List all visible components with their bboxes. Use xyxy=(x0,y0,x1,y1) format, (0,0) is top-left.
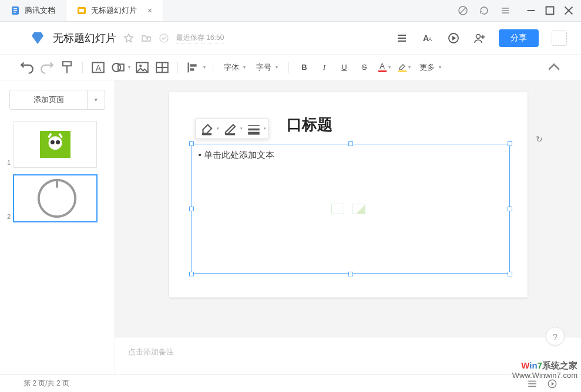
content-placeholders xyxy=(331,204,365,214)
present-icon[interactable] xyxy=(447,32,460,45)
canvas-scroll[interactable]: 遮遮遮遮遮遮口标题 ▾ ▾ ▾ ↻ • 单 xyxy=(115,80,581,337)
resize-handle[interactable] xyxy=(508,141,512,146)
table-placeholder-icon[interactable] xyxy=(331,204,344,214)
floating-format-toolbar: ▾ ▾ ▾ xyxy=(195,118,269,139)
svg-point-15 xyxy=(160,34,168,42)
text-style-icon[interactable]: AA xyxy=(421,32,434,45)
separator xyxy=(82,62,83,73)
line-style-button[interactable]: ▾ xyxy=(245,121,266,136)
bold-button[interactable]: B xyxy=(296,59,313,76)
add-page-dropdown[interactable]: ▾ xyxy=(88,90,105,110)
add-collaborator-icon[interactable] xyxy=(473,32,486,45)
align-button[interactable]: ▾ xyxy=(185,59,206,76)
star-icon[interactable] xyxy=(123,33,134,43)
italic-button[interactable]: I xyxy=(316,59,333,76)
tab-untitled-slides[interactable]: 无标题幻灯片 × xyxy=(66,0,163,21)
menu-icon[interactable] xyxy=(500,5,511,16)
font-family-dropdown[interactable]: 字体▾ xyxy=(220,59,249,76)
highlight-button[interactable]: ▾ xyxy=(396,59,412,76)
svg-rect-1 xyxy=(14,8,17,9)
speaker-notes[interactable]: 点击添加备注 ? xyxy=(115,337,581,374)
separator xyxy=(213,62,213,73)
slide-panel: 添加页面 ▾ 1 2 xyxy=(0,80,115,374)
svg-text:A: A xyxy=(96,63,102,72)
svg-rect-38 xyxy=(190,68,194,70)
resize-handle[interactable] xyxy=(189,272,194,276)
status-bar: 第 2 页/共 2 页 xyxy=(0,374,581,392)
format-painter-button[interactable] xyxy=(59,59,75,76)
thumbnail-content-icon xyxy=(40,131,70,158)
shape-button[interactable]: ▾ xyxy=(110,59,130,76)
more-button[interactable]: 更多▾ xyxy=(416,59,445,76)
font-size-dropdown[interactable]: 字号▾ xyxy=(253,59,281,76)
slide-number: 2 xyxy=(5,213,11,221)
rotate-handle-icon[interactable]: ↻ xyxy=(536,134,543,144)
table-button[interactable] xyxy=(154,59,170,76)
tab-label: 腾讯文档 xyxy=(25,5,55,16)
text-color-button[interactable]: A▾ xyxy=(376,59,392,76)
svg-text:A: A xyxy=(428,36,432,42)
tab-close-icon[interactable]: × xyxy=(147,6,152,15)
slide-thumbnail-1[interactable] xyxy=(14,121,96,167)
notes-placeholder: 点击添加备注 xyxy=(128,347,174,356)
tab-tencent-docs[interactable]: 腾讯文档 xyxy=(0,0,66,21)
document-title[interactable]: 无标题幻灯片 xyxy=(53,31,116,45)
user-avatar[interactable] xyxy=(552,31,567,46)
collapse-toolbar-icon[interactable] xyxy=(546,59,562,76)
resize-handle[interactable] xyxy=(348,272,353,276)
tencent-docs-icon xyxy=(11,6,20,15)
svg-rect-3 xyxy=(14,12,16,13)
check-icon xyxy=(159,33,169,43)
add-page-button[interactable]: 添加页面 xyxy=(9,90,88,110)
resize-handle[interactable] xyxy=(189,207,194,211)
border-color-button[interactable]: ▾ xyxy=(221,121,243,136)
textbox-button[interactable]: A xyxy=(90,59,106,76)
image-placeholder-icon[interactable] xyxy=(352,204,365,214)
svg-point-32 xyxy=(139,65,142,67)
window-maximize-icon[interactable] xyxy=(545,5,555,16)
fill-color-button[interactable]: ▾ xyxy=(198,121,219,136)
image-button[interactable] xyxy=(134,59,150,76)
save-status[interactable]: 最近保存 16:50 xyxy=(176,33,224,43)
canvas-area: 遮遮遮遮遮遮口标题 ▾ ▾ ▾ ↻ • 单 xyxy=(115,80,581,374)
page-indicator: 第 2 页/共 2 页 xyxy=(23,379,69,388)
svg-point-22 xyxy=(476,34,481,38)
resize-handle[interactable] xyxy=(189,141,194,146)
window-minimize-icon[interactable] xyxy=(526,5,536,16)
svg-point-39 xyxy=(49,136,62,150)
document-header: 无标题幻灯片 最近保存 16:50 AA 分享 xyxy=(0,22,581,55)
slide-canvas[interactable]: 遮遮遮遮遮遮口标题 ▾ ▾ ▾ ↻ • 单 xyxy=(169,92,528,298)
slide-thumbnail-2[interactable] xyxy=(14,175,96,221)
svg-rect-5 xyxy=(79,9,84,12)
separator xyxy=(177,62,178,73)
strikethrough-button[interactable]: S xyxy=(356,59,372,76)
undo-button[interactable] xyxy=(19,59,35,76)
underline-button[interactable]: U xyxy=(336,59,352,76)
resize-handle[interactable] xyxy=(348,141,353,146)
slide-thumbnail-row: 2 xyxy=(0,173,115,227)
outline-icon[interactable] xyxy=(395,32,408,45)
svg-point-40 xyxy=(51,140,55,144)
folder-move-icon[interactable] xyxy=(141,33,152,43)
tab-label: 无标题幻灯片 xyxy=(91,5,137,16)
block-icon[interactable] xyxy=(458,5,468,16)
add-page-control: 添加页面 ▾ xyxy=(9,90,105,110)
help-button[interactable]: ? xyxy=(546,327,565,346)
svg-line-7 xyxy=(460,8,466,13)
app-logo-icon xyxy=(31,31,46,46)
resize-handle[interactable] xyxy=(508,207,512,211)
slide-thumbnail-row: 1 xyxy=(0,119,115,173)
slide-number: 1 xyxy=(5,159,11,167)
share-button[interactable]: 分享 xyxy=(499,29,539,47)
svg-rect-25 xyxy=(63,62,71,66)
window-close-icon[interactable] xyxy=(563,5,574,16)
slide-thumbnails: 1 2 xyxy=(0,119,115,374)
refresh-icon[interactable] xyxy=(479,5,489,16)
redo-button[interactable] xyxy=(39,59,55,76)
svg-point-41 xyxy=(56,140,60,144)
slide-body-placeholder[interactable]: • 单击此处添加文本 xyxy=(199,150,274,161)
watermark: Win7系统之家 Www.Winwin7.com xyxy=(512,360,577,380)
separator xyxy=(288,62,289,73)
svg-rect-2 xyxy=(14,10,17,11)
resize-handle[interactable] xyxy=(508,272,512,276)
